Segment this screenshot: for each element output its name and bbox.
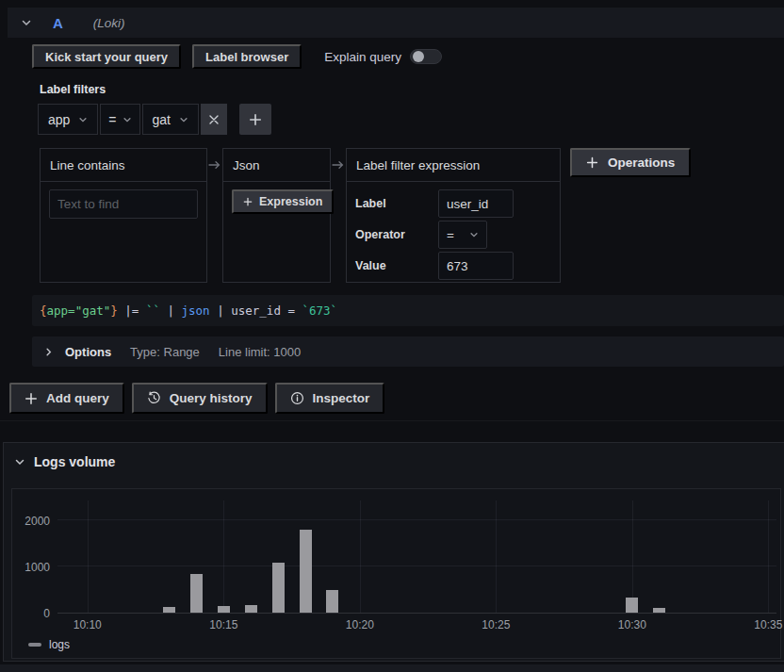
volume-bar <box>653 608 665 613</box>
line-contains-input[interactable] <box>49 189 198 219</box>
x-gridline <box>360 500 361 613</box>
query-ref-id: A <box>53 15 63 31</box>
chevron-down-icon <box>179 115 188 124</box>
operation-title: Label filter expression <box>347 149 560 182</box>
x-tick-label: 10:10 <box>74 618 102 631</box>
value-field-input[interactable] <box>438 252 514 280</box>
query-toolbar: Kick start your query Label browser Expl… <box>32 44 442 69</box>
chevron-right-icon <box>43 347 54 357</box>
plus-icon <box>586 156 598 169</box>
query-token: `` <box>146 303 160 318</box>
explore-actions: Add query Query history Inspector <box>9 383 384 414</box>
query-token: |= <box>118 303 146 318</box>
explain-query-label: Explain query <box>324 50 401 64</box>
close-icon <box>208 114 220 125</box>
volume-bar <box>245 605 257 613</box>
query-row-header: A (Loki) <box>8 8 784 38</box>
volume-bar <box>272 563 285 613</box>
next-panel-edge <box>0 664 784 672</box>
y-gridline <box>57 565 776 566</box>
y-tick-label: 2000 <box>24 515 50 528</box>
filter-value-select[interactable]: gat <box>142 104 199 135</box>
logs-volume-panel: Logs volume 010002000 10:1010:1510:2010:… <box>3 442 784 662</box>
x-gridline <box>223 500 224 613</box>
query-token: app="gat" <box>47 303 111 318</box>
add-label-filter-button[interactable] <box>239 104 271 135</box>
section-divider <box>0 420 784 421</box>
arrow-right-icon <box>207 148 222 181</box>
label-filters-title: Label filters <box>40 83 106 96</box>
volume-bar <box>218 606 230 613</box>
chevron-down-icon <box>122 115 132 124</box>
y-tick-label: 1000 <box>24 561 50 574</box>
query-token: | <box>160 303 182 318</box>
label-field-input[interactable] <box>438 189 514 218</box>
legend-item-logs[interactable]: logs <box>28 638 70 651</box>
x-tick-label: 10:25 <box>482 618 510 631</box>
x-gridline <box>496 500 497 613</box>
query-token: { <box>40 303 47 318</box>
operation-title: Line contains <box>41 149 206 182</box>
filter-operator-select[interactable]: = <box>100 104 139 135</box>
y-gridline <box>57 519 776 520</box>
operation-label-filter-expression: Label filter expression Label Operator =… <box>346 148 561 283</box>
label-filters-row: app = gat <box>38 104 271 135</box>
chevron-down-icon <box>78 115 88 124</box>
operator-select[interactable]: = <box>438 221 487 249</box>
query-token: } <box>110 303 118 318</box>
datasource-hint: (Loki) <box>93 16 125 30</box>
x-gridline <box>88 500 89 613</box>
filter-label-select[interactable]: app <box>38 104 98 135</box>
logs-volume-title: Logs volume <box>34 454 115 469</box>
query-token: | <box>210 303 232 318</box>
info-circle-icon <box>290 391 304 405</box>
options-title: Options <box>65 345 111 359</box>
history-icon <box>147 391 161 405</box>
x-tick-label: 10:30 <box>618 618 646 631</box>
plus-icon <box>243 197 253 206</box>
query-token: user_id = <box>231 303 302 318</box>
label-browser-button[interactable]: Label browser <box>192 44 302 69</box>
explain-query-toggle[interactable] <box>410 49 442 64</box>
arrow-right-icon <box>331 148 346 181</box>
plus-icon <box>24 392 38 405</box>
kick-start-query-button[interactable]: Kick start your query <box>32 44 181 69</box>
y-axis-labels: 010002000 <box>12 500 50 614</box>
options-type: Type: Range <box>130 345 200 359</box>
add-expression-button[interactable]: Expression <box>232 189 334 214</box>
add-operations-button[interactable]: Operations <box>570 148 691 177</box>
volume-bar <box>163 607 175 613</box>
x-tick-label: 10:20 <box>346 618 374 631</box>
collapse-query-row-icon[interactable] <box>21 17 32 28</box>
add-query-button[interactable]: Add query <box>9 383 124 414</box>
field-label: Operator <box>355 228 438 241</box>
volume-bar <box>190 574 203 613</box>
field-label: Value <box>355 259 438 272</box>
query-history-button[interactable]: Query history <box>132 383 268 414</box>
volume-bar <box>626 598 638 613</box>
logs-volume-chart: 010002000 10:1010:1510:2010:2510:3010:35… <box>11 488 781 659</box>
x-tick-label: 10:35 <box>754 618 782 631</box>
chart-plot-area[interactable] <box>57 500 776 614</box>
inspector-button[interactable]: Inspector <box>275 383 385 414</box>
query-token: `673` <box>302 303 338 318</box>
logs-volume-header[interactable]: Logs volume <box>14 454 115 469</box>
y-tick-label: 0 <box>43 607 50 620</box>
plus-icon <box>249 113 262 126</box>
operation-json: Json Expression <box>222 148 331 283</box>
chevron-down-icon <box>14 456 25 467</box>
query-preview: {app="gat"} |= `` | json | user_id = `67… <box>32 295 784 326</box>
remove-filter-button[interactable] <box>201 104 227 135</box>
operation-line-contains: Line contains <box>40 148 207 283</box>
operation-title: Json <box>223 149 330 182</box>
operations-row: Line contains Json Expression Label filt… <box>40 148 691 283</box>
x-tick-label: 10:15 <box>209 618 237 631</box>
query-token: json <box>182 303 210 318</box>
legend-series-label: logs <box>49 638 70 651</box>
field-label: Label <box>355 197 438 210</box>
legend-series-marker <box>28 643 41 647</box>
options-expander[interactable]: Options Type: Range Line limit: 1000 <box>32 336 784 367</box>
x-gridline <box>768 500 769 613</box>
chevron-down-icon <box>469 230 479 239</box>
x-axis-labels: 10:1010:1510:2010:2510:3010:35 <box>57 618 776 633</box>
